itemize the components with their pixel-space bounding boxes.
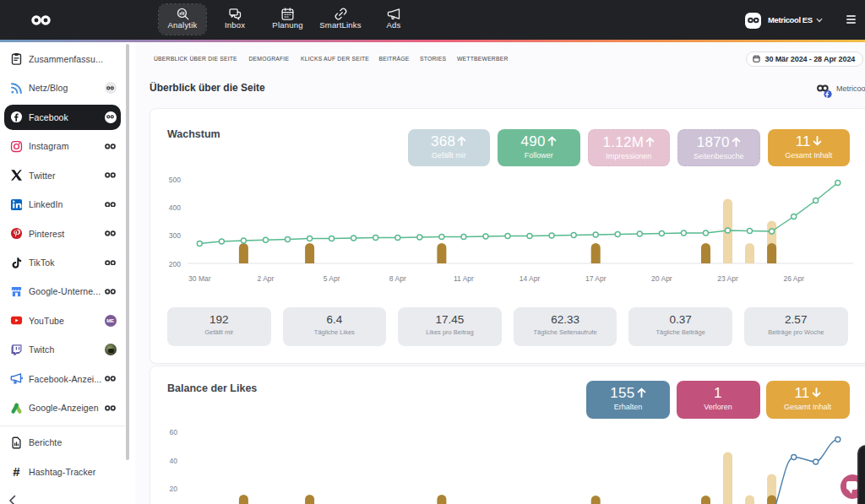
svg-text:40: 40 [170,456,178,464]
svg-text:11 Apr: 11 Apr [454,274,474,283]
svg-text:30 Mar: 30 Mar [188,274,211,283]
svg-text:200: 200 [169,259,181,268]
svg-text:8 Apr: 8 Apr [389,274,406,283]
svg-text:26 Apr: 26 Apr [783,274,804,283]
svg-text:20 Apr: 20 Apr [651,274,672,283]
svg-text:300: 300 [169,231,181,240]
svg-text:5 Apr: 5 Apr [324,274,340,283]
svg-text:2 Apr: 2 Apr [258,274,275,283]
svg-text:17 Apr: 17 Apr [585,274,607,283]
svg-text:60: 60 [170,428,178,436]
svg-text:23 Apr: 23 Apr [717,274,738,283]
svg-text:500: 500 [169,175,181,183]
svg-text:400: 400 [169,203,181,212]
svg-text:14 Apr: 14 Apr [520,274,541,283]
svg-text:20: 20 [170,484,178,492]
